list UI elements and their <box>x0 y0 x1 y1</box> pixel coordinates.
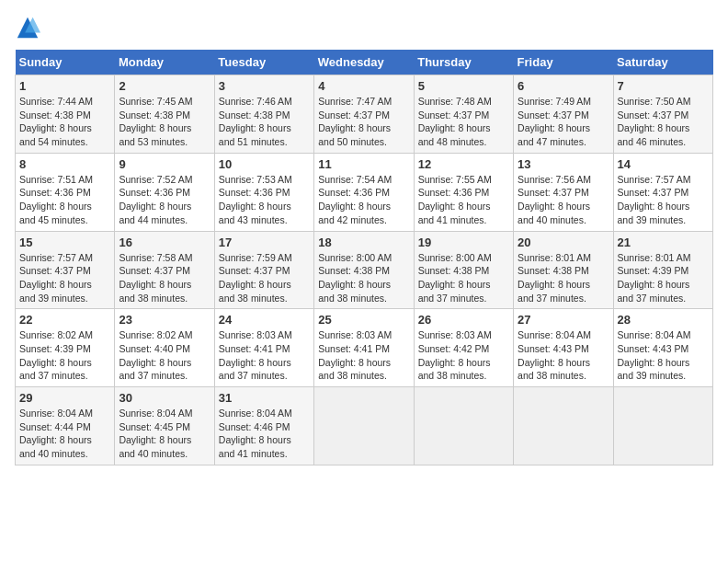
calendar-cell: 29Sunrise: 8:04 AMSunset: 4:44 PMDayligh… <box>16 387 115 465</box>
cell-content: Sunrise: 8:03 AMSunset: 4:42 PMDaylight:… <box>418 328 509 383</box>
day-number: 8 <box>19 157 110 171</box>
calendar-cell: 2Sunrise: 7:45 AMSunset: 4:38 PMDaylight… <box>115 75 214 154</box>
calendar-cell: 30Sunrise: 8:04 AMSunset: 4:45 PMDayligh… <box>115 387 214 465</box>
cell-content: Sunrise: 7:55 AMSunset: 4:36 PMDaylight:… <box>418 173 509 227</box>
cell-content: Sunrise: 7:57 AMSunset: 4:37 PMDaylight:… <box>618 173 709 227</box>
cell-content: Sunrise: 8:00 AMSunset: 4:38 PMDaylight:… <box>318 251 409 305</box>
header-row: SundayMondayTuesdayWednesdayThursdayFrid… <box>16 50 713 75</box>
cell-content: Sunrise: 7:58 AMSunset: 4:37 PMDaylight:… <box>119 251 210 305</box>
day-number: 17 <box>219 236 310 249</box>
week-row-1: 1Sunrise: 7:44 AMSunset: 4:38 PMDaylight… <box>16 75 713 154</box>
day-header-wednesday: Wednesday <box>314 50 414 75</box>
calendar-cell: 26Sunrise: 8:03 AMSunset: 4:42 PMDayligh… <box>414 309 513 387</box>
day-number: 28 <box>618 313 709 327</box>
calendar-cell: 20Sunrise: 8:01 AMSunset: 4:38 PMDayligh… <box>514 231 613 309</box>
cell-content: Sunrise: 7:45 AMSunset: 4:38 PMDaylight:… <box>119 95 210 149</box>
calendar-cell <box>414 387 513 465</box>
cell-content: Sunrise: 7:46 AMSunset: 4:38 PMDaylight:… <box>219 95 310 149</box>
calendar-cell: 5Sunrise: 7:48 AMSunset: 4:37 PMDaylight… <box>414 75 513 154</box>
cell-content: Sunrise: 8:00 AMSunset: 4:38 PMDaylight:… <box>418 251 509 305</box>
calendar-cell: 8Sunrise: 7:51 AMSunset: 4:36 PMDaylight… <box>16 153 115 231</box>
cell-content: Sunrise: 7:54 AMSunset: 4:36 PMDaylight:… <box>318 173 409 227</box>
day-number: 22 <box>19 313 110 327</box>
day-number: 10 <box>219 157 310 171</box>
logo <box>15 15 44 40</box>
day-number: 2 <box>119 79 210 93</box>
day-number: 15 <box>19 236 110 249</box>
day-number: 19 <box>418 236 509 249</box>
calendar-cell: 12Sunrise: 7:55 AMSunset: 4:36 PMDayligh… <box>414 153 513 231</box>
cell-content: Sunrise: 7:44 AMSunset: 4:38 PMDaylight:… <box>19 95 110 149</box>
cell-content: Sunrise: 8:02 AMSunset: 4:40 PMDaylight:… <box>119 328 210 383</box>
calendar-cell: 10Sunrise: 7:53 AMSunset: 4:36 PMDayligh… <box>214 153 313 231</box>
calendar-cell: 18Sunrise: 8:00 AMSunset: 4:38 PMDayligh… <box>314 231 414 309</box>
cell-content: Sunrise: 7:59 AMSunset: 4:37 PMDaylight:… <box>219 251 310 305</box>
week-row-2: 8Sunrise: 7:51 AMSunset: 4:36 PMDaylight… <box>16 153 713 231</box>
week-row-5: 29Sunrise: 8:04 AMSunset: 4:44 PMDayligh… <box>16 387 713 465</box>
cell-content: Sunrise: 7:56 AMSunset: 4:37 PMDaylight:… <box>518 173 609 227</box>
day-number: 26 <box>418 313 509 327</box>
calendar-cell: 17Sunrise: 7:59 AMSunset: 4:37 PMDayligh… <box>214 231 313 309</box>
calendar-cell: 15Sunrise: 7:57 AMSunset: 4:37 PMDayligh… <box>16 231 115 309</box>
day-number: 9 <box>119 157 210 171</box>
day-number: 12 <box>418 157 509 171</box>
calendar-cell: 27Sunrise: 8:04 AMSunset: 4:43 PMDayligh… <box>514 309 613 387</box>
calendar-cell: 9Sunrise: 7:52 AMSunset: 4:36 PMDaylight… <box>115 153 214 231</box>
calendar-cell: 1Sunrise: 7:44 AMSunset: 4:38 PMDaylight… <box>16 75 115 154</box>
day-number: 29 <box>19 391 110 405</box>
day-number: 18 <box>318 236 409 249</box>
calendar-cell: 25Sunrise: 8:03 AMSunset: 4:41 PMDayligh… <box>314 309 414 387</box>
cell-content: Sunrise: 7:47 AMSunset: 4:37 PMDaylight:… <box>318 95 409 149</box>
cell-content: Sunrise: 8:01 AMSunset: 4:39 PMDaylight:… <box>618 251 709 305</box>
cell-content: Sunrise: 8:02 AMSunset: 4:39 PMDaylight:… <box>19 328 110 383</box>
day-number: 30 <box>119 391 210 405</box>
day-number: 27 <box>518 313 609 327</box>
calendar-cell <box>514 387 613 465</box>
calendar-cell: 7Sunrise: 7:50 AMSunset: 4:37 PMDaylight… <box>613 75 712 154</box>
calendar-cell: 28Sunrise: 8:04 AMSunset: 4:43 PMDayligh… <box>613 309 712 387</box>
day-header-sunday: Sunday <box>16 50 115 75</box>
calendar-cell: 11Sunrise: 7:54 AMSunset: 4:36 PMDayligh… <box>314 153 414 231</box>
cell-content: Sunrise: 8:04 AMSunset: 4:43 PMDaylight:… <box>618 328 709 383</box>
logo-icon <box>15 15 40 40</box>
day-number: 4 <box>318 79 409 93</box>
day-header-friday: Friday <box>514 50 613 75</box>
calendar-table: SundayMondayTuesdayWednesdayThursdayFrid… <box>15 50 713 465</box>
day-header-saturday: Saturday <box>613 50 712 75</box>
day-number: 6 <box>518 79 609 93</box>
day-number: 11 <box>318 157 409 171</box>
day-number: 7 <box>618 79 709 93</box>
calendar-cell: 31Sunrise: 8:04 AMSunset: 4:46 PMDayligh… <box>214 387 313 465</box>
day-number: 5 <box>418 79 509 93</box>
calendar-cell <box>613 387 712 465</box>
calendar-cell: 6Sunrise: 7:49 AMSunset: 4:37 PMDaylight… <box>514 75 613 154</box>
cell-content: Sunrise: 7:48 AMSunset: 4:37 PMDaylight:… <box>418 95 509 149</box>
calendar-cell: 3Sunrise: 7:46 AMSunset: 4:38 PMDaylight… <box>214 75 313 154</box>
cell-content: Sunrise: 7:52 AMSunset: 4:36 PMDaylight:… <box>119 173 210 227</box>
calendar-cell: 14Sunrise: 7:57 AMSunset: 4:37 PMDayligh… <box>613 153 712 231</box>
week-row-4: 22Sunrise: 8:02 AMSunset: 4:39 PMDayligh… <box>16 309 713 387</box>
header <box>15 15 713 40</box>
calendar-cell: 23Sunrise: 8:02 AMSunset: 4:40 PMDayligh… <box>115 309 214 387</box>
cell-content: Sunrise: 7:49 AMSunset: 4:37 PMDaylight:… <box>518 95 609 149</box>
day-number: 13 <box>518 157 609 171</box>
calendar-cell: 4Sunrise: 7:47 AMSunset: 4:37 PMDaylight… <box>314 75 414 154</box>
day-header-thursday: Thursday <box>414 50 513 75</box>
day-number: 20 <box>518 236 609 249</box>
day-number: 1 <box>19 79 110 93</box>
calendar-cell: 24Sunrise: 8:03 AMSunset: 4:41 PMDayligh… <box>214 309 313 387</box>
cell-content: Sunrise: 8:04 AMSunset: 4:44 PMDaylight:… <box>19 407 110 461</box>
day-number: 14 <box>618 157 709 171</box>
day-number: 23 <box>119 313 210 327</box>
cell-content: Sunrise: 7:50 AMSunset: 4:37 PMDaylight:… <box>618 95 709 149</box>
calendar-cell: 13Sunrise: 7:56 AMSunset: 4:37 PMDayligh… <box>514 153 613 231</box>
day-number: 25 <box>318 313 409 327</box>
calendar-cell: 21Sunrise: 8:01 AMSunset: 4:39 PMDayligh… <box>613 231 712 309</box>
day-number: 31 <box>219 391 310 405</box>
day-number: 24 <box>219 313 310 327</box>
cell-content: Sunrise: 8:03 AMSunset: 4:41 PMDaylight:… <box>318 328 409 383</box>
day-number: 16 <box>119 236 210 249</box>
calendar-cell: 22Sunrise: 8:02 AMSunset: 4:39 PMDayligh… <box>16 309 115 387</box>
day-number: 3 <box>219 79 310 93</box>
day-number: 21 <box>618 236 709 249</box>
